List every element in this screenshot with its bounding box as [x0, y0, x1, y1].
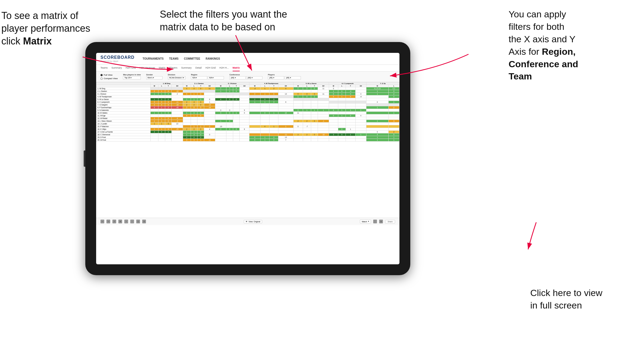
cell-r10-c10 — [233, 114, 240, 117]
filter-conference-y[interactable]: (All) ▾ — [246, 76, 262, 79]
cell-r16-c0: 2 — [150, 131, 158, 133]
cell-r2-c23: 3 — [355, 93, 366, 95]
cell-r2-c19: 11 — [318, 93, 329, 95]
annotation-line3-bold: Matrix — [23, 36, 52, 47]
filter-gender-select[interactable]: Men's ▾ — [146, 76, 162, 79]
cell-r17-c17: 2 — [303, 133, 311, 136]
cell-r15-c7: 4 — [204, 128, 215, 131]
cell-r0-c24: 0,1,0,13 — [366, 87, 388, 90]
filter-conference-x[interactable]: (All) ▾ — [229, 76, 246, 79]
cell-r9-c8: 0 — [215, 112, 226, 114]
cell-r11-c4 — [183, 117, 191, 120]
nav-tournaments[interactable]: TOURNAMENTS — [143, 57, 164, 60]
tab-h2h-grid[interactable]: H2H Grid — [126, 66, 136, 71]
cell-r3-c2 — [165, 95, 172, 98]
cell-r1-c19 — [318, 90, 329, 93]
cell-r17-c5: 3 — [191, 133, 197, 136]
header-2-lclanton: 2. L Clanton — [183, 82, 215, 85]
nav-committee[interactable]: COMMITTEE — [184, 57, 200, 60]
app-header: SCOREBOARD Powered by clippd TOURNAMENTS… — [96, 53, 399, 65]
cell-r12-c9: 0 — [226, 120, 233, 123]
cell-r15-c25 — [388, 128, 399, 131]
tab-h2h-grid2[interactable]: H2H Grid — [206, 66, 216, 71]
filter-players-x[interactable]: (All) ▾ — [268, 76, 284, 79]
compact-view-radio[interactable]: Compact View — [100, 77, 118, 80]
cell-r7-c13 — [261, 106, 269, 109]
tab-matrix-active[interactable]: Matrix — [233, 66, 240, 71]
cell-r8-c6 — [197, 109, 204, 112]
pan-icon[interactable]: ✥ — [118, 220, 122, 223]
sh-t5: T — [311, 85, 318, 87]
tab-players[interactable]: Players — [169, 66, 177, 71]
cell-r1-c9: 1 — [226, 90, 233, 93]
player-name-15: 16. K Vilips — [96, 128, 151, 131]
cell-r9-c17 — [303, 112, 311, 114]
full-view-radio[interactable]: Full View — [100, 74, 118, 76]
cell-r13-c20 — [329, 123, 338, 125]
nav-rankings[interactable]: RANKINGS — [206, 57, 220, 60]
cell-r6-c13 — [261, 104, 269, 106]
filter-region-x[interactable]: N/A ▾ — [191, 76, 207, 79]
cell-r2-c5: 1 — [191, 93, 197, 95]
cell-r18-c17 — [303, 136, 311, 139]
filter-region-y[interactable]: N/A ▾ — [208, 76, 224, 79]
cell-r3-c5 — [191, 95, 197, 98]
cell-r15-c11: 8 — [240, 128, 249, 131]
sh-w1: W — [150, 85, 158, 87]
tab-h2h-h[interactable]: H2H H... — [219, 66, 229, 71]
tab-h2h-heatmap[interactable]: H2H Heatmap — [140, 66, 155, 71]
cell-r2-c13: 1 — [261, 93, 269, 95]
cell-r12-c3: -3 — [172, 120, 183, 123]
cell-r9-c19 — [318, 112, 329, 114]
fullscreen-icon[interactable]: ⛶ — [373, 220, 377, 223]
cell-r18-c14: 0 — [269, 136, 278, 139]
undo-icon[interactable]: ↩ — [100, 220, 104, 223]
cell-r18-c19 — [318, 136, 329, 139]
cell-r7-c17 — [303, 106, 311, 109]
settings-icon[interactable]: ⚙ — [142, 220, 146, 223]
cell-r2-c6: 0 — [197, 93, 204, 95]
nav-items: TOURNAMENTS TEAMS COMMITTEE RANKINGS — [143, 57, 220, 60]
cell-r7-c3: -45 — [172, 106, 183, 109]
fit-icon[interactable]: ⊡ — [136, 220, 140, 223]
zoom-out-icon[interactable]: − — [130, 220, 134, 223]
filter-players-y[interactable]: (All) ▾ — [285, 76, 301, 79]
tab-matrix[interactable]: Matrix — [159, 66, 166, 71]
tab-summary2[interactable]: Summary — [181, 66, 192, 71]
cell-r6-c3: -16 — [172, 104, 183, 106]
grid-icon[interactable]: ⊞ — [379, 220, 383, 223]
filter-division-select[interactable]: NCAA Division I ▾ — [168, 76, 186, 79]
nav-teams[interactable]: TEAMS — [169, 57, 178, 60]
cell-r3-c15 — [278, 95, 293, 98]
sh-l3: L — [226, 85, 233, 87]
sh-d1: Dif — [172, 85, 183, 87]
share-btn[interactable]: Share — [385, 220, 395, 223]
cell-r9-c5: 0 — [191, 112, 197, 114]
cell-r3-c9 — [226, 95, 233, 98]
cell-r17-c15: -11 — [278, 133, 293, 136]
cell-r14-c21 — [338, 125, 346, 128]
cell-r6-c24 — [366, 104, 388, 106]
sh-d3: Dif — [240, 85, 249, 87]
cell-r3-c7 — [204, 95, 215, 98]
cell-r15-c6: 0 — [197, 128, 204, 131]
cell-r6-c8 — [215, 104, 226, 106]
matrix-area[interactable]: 1. W Ding 2. L Clanton 3. J Koivun 4. M … — [96, 82, 399, 218]
view-original-btn[interactable]: 👁 View: Original — [244, 220, 262, 223]
redo-icon[interactable]: ↪ — [106, 220, 110, 223]
tab-detail[interactable]: Detail — [196, 66, 202, 71]
bottom-toolbar: ↩ ↪ ↺ ✥ + − ⊡ ⚙ 👁 View: Original Watch ▾ — [96, 218, 399, 225]
cell-r14-c13: 4 — [261, 125, 269, 128]
cell-r6-c17 — [303, 104, 311, 106]
cell-r4-c22 — [346, 98, 355, 101]
cell-r2-c10 — [233, 93, 240, 95]
tab-summary[interactable]: Summary — [112, 66, 122, 71]
zoom-in-icon[interactable]: + — [124, 220, 128, 223]
cell-r17-c25: 5 — [388, 133, 399, 136]
refresh-icon[interactable]: ↺ — [112, 220, 116, 223]
cell-r14-c10 — [233, 125, 240, 128]
full-view-label: Full View — [104, 74, 112, 76]
tab-teams[interactable]: Teams — [100, 66, 108, 71]
filter-max-players-select[interactable]: Top 25 ▾ — [123, 76, 141, 79]
watch-btn[interactable]: Watch ▾ — [360, 220, 371, 223]
